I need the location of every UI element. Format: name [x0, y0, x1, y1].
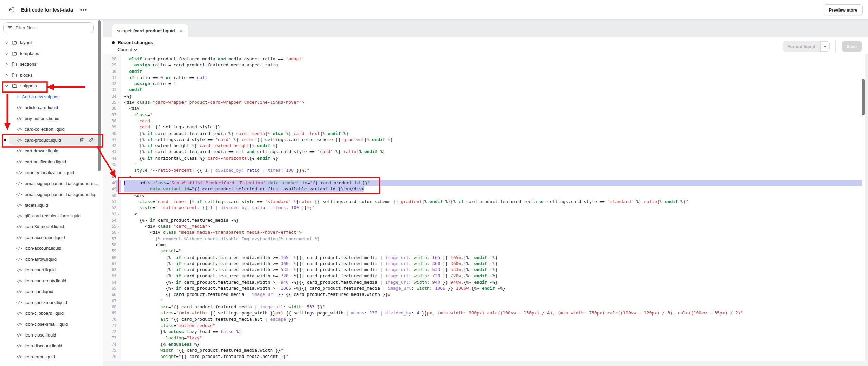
sidebar-file-facets-liquid[interactable]: </>facets.liquid: [0, 200, 103, 210]
code-line-48[interactable]: 48 <div class='Sun-Wishlist-ProductCard_…: [103, 180, 862, 186]
code-line-50[interactable]: 50 <div: [103, 192, 862, 199]
code-line-69[interactable]: 69 sizes="(min-width: {{ settings.page_w…: [103, 310, 862, 316]
code-editor[interactable]: 28 elsif card_product.featured_media and…: [103, 54, 868, 366]
code-line-40[interactable]: 40 {% if card_product.featured_media %} …: [103, 130, 862, 137]
code-line-57[interactable]: 57 {% comment %}theme-check-disable ImgL…: [103, 236, 862, 242]
sidebar-file-icon-arrow-liquid[interactable]: </>icon-arrow.liquid: [0, 254, 103, 265]
rename-icon[interactable]: [88, 138, 93, 143]
chevron-right-icon[interactable]: [5, 52, 8, 56]
code-line-52[interactable]: 52 style="--ratio-percent: {{ 1 | divide…: [103, 205, 862, 211]
code-line-54[interactable]: 54 {%- if card_product.featured_media -%…: [103, 217, 862, 223]
sidebar-file-icon-3d-model-liquid[interactable]: </>icon-3d-model.liquid: [0, 221, 103, 232]
code-line-47[interactable]: 47⌄ >: [103, 174, 862, 180]
code-line-59[interactable]: 59 srcset=": [103, 248, 862, 254]
code-line-45[interactable]: 45 ": [103, 161, 862, 167]
code-line-28[interactable]: 28 elsif card_product.featured_media and…: [103, 56, 862, 62]
sidebar-action-add-a-new-snippet[interactable]: +Add a new snippet: [0, 92, 103, 102]
chevron-right-icon[interactable]: [5, 73, 8, 77]
code-line-74[interactable]: 74 {% endunless %}: [103, 341, 862, 347]
filter-files-input[interactable]: [15, 25, 90, 31]
exit-icon[interactable]: [7, 5, 16, 15]
code-line-75[interactable]: 75 width="{{ card_product.featured_media…: [103, 347, 862, 353]
code-line-30[interactable]: 30 endif: [103, 68, 862, 75]
code-line-55[interactable]: 55⌄ <div class="card__media">: [103, 223, 862, 229]
code-line-43[interactable]: 43 {% if card_product.featured_media == …: [103, 149, 862, 155]
code-line-49[interactable]: 49 data-variant-id="{{ card_product.sele…: [103, 186, 862, 192]
format-liquid-button[interactable]: Format liquid: [783, 41, 820, 52]
code-line-34[interactable]: 34-%}: [103, 93, 862, 99]
code-line-60[interactable]: 60 {%- if card_product.featured_media.wi…: [103, 255, 862, 261]
sidebar-file-icon-close-liquid[interactable]: </>icon-close.liquid: [0, 329, 103, 340]
sidebar-file-icon-clipboard-liquid[interactable]: </>icon-clipboard.liquid: [0, 308, 103, 319]
code-line-67[interactable]: 67 ": [103, 298, 862, 304]
sidebar-file-icon-discount-liquid[interactable]: </>icon-discount.liquid: [0, 340, 103, 351]
code-line-36[interactable]: 36 <div: [103, 105, 862, 111]
code-line-35[interactable]: 35⌄<div class="card-wrapper product-card…: [103, 99, 862, 105]
sidebar-file-icon-close-small-liquid[interactable]: </>icon-close-small.liquid: [0, 319, 103, 329]
sidebar-file-icon-error-liquid[interactable]: </>icon-error.liquid: [0, 351, 103, 362]
sidebar-file-gift-card-recipient-form-liquid[interactable]: </>gift-card-recipient-form.liquid: [0, 210, 103, 221]
code-line-64[interactable]: 64 {%- if card_product.featured_media.wi…: [103, 279, 862, 285]
code-line-62[interactable]: 62 {%- if card_product.featured_media.wi…: [103, 267, 862, 273]
sidebar-folder-snippets[interactable]: snippets: [0, 81, 103, 92]
code-line-39[interactable]: 39 card--{{ settings.card_style }}: [103, 124, 862, 130]
sidebar-file-icon-caret-liquid[interactable]: </>icon-caret.liquid: [0, 265, 103, 276]
code-line-37[interactable]: 37 class=": [103, 112, 862, 118]
sidebar-file-card-collection-liquid[interactable]: </>card-collection.liquid: [0, 124, 103, 135]
sidebar-file-country-localization-liquid[interactable]: </>country-localization.liquid: [0, 167, 103, 178]
code-line-41[interactable]: 41 {% if settings.card_style == 'card' %…: [103, 137, 862, 143]
code-line-56[interactable]: 56⌄ <div class="media media--transparent…: [103, 229, 862, 236]
code-line-38[interactable]: 38 card: [103, 118, 862, 124]
sidebar-folder-sections[interactable]: sections: [0, 59, 103, 70]
sidebar-file-article-card-liquid[interactable]: </>article-card.liquid: [0, 102, 103, 113]
version-selector[interactable]: Current: [118, 47, 137, 52]
code-line-76[interactable]: 76 height="{{ card_product.featured_medi…: [103, 353, 862, 360]
sidebar-folder-blocks[interactable]: blocks: [0, 70, 103, 81]
overflow-menu-icon[interactable]: •••: [80, 7, 88, 13]
delete-icon[interactable]: [79, 137, 84, 143]
sidebar-file-icon-cart-liquid[interactable]: </>icon-cart.liquid: [0, 286, 103, 297]
code-line-42[interactable]: 42 {% if extend_height %} card--extend-h…: [103, 143, 862, 149]
sidebar-file-card-product-liquid[interactable]: </>card-product.liquid: [0, 135, 103, 145]
code-line-65[interactable]: 65 {%- if card_product.featured_media.wi…: [103, 285, 862, 291]
sidebar-file-icon-account-liquid[interactable]: </>icon-account.liquid: [0, 243, 103, 254]
format-liquid-menu-button[interactable]: [820, 41, 830, 52]
code-line-33[interactable]: 33 endif: [103, 87, 862, 93]
code-line-72[interactable]: 72 {% unless lazy_load == false %}: [103, 329, 862, 335]
sidebar-folder-templates[interactable]: templates: [0, 48, 103, 59]
sidebar-file-buy-buttons-liquid[interactable]: </>buy-buttons.liquid: [0, 113, 103, 124]
code-line-63[interactable]: 63 {%- if card_product.featured_media.wi…: [103, 273, 862, 279]
code-line-44[interactable]: 44 {% if horizontal_class %} card--horiz…: [103, 155, 862, 161]
code-line-73[interactable]: 73 loading="lazy": [103, 335, 862, 341]
chevron-right-icon[interactable]: [5, 41, 8, 45]
code-line-29[interactable]: 29 assign ratio = card_product.featured_…: [103, 62, 862, 68]
code-line-46[interactable]: 46 style="--ratio-percent: {{ 1 | divide…: [103, 167, 862, 174]
fold-chevron-icon[interactable]: ⌄: [116, 223, 121, 229]
sidebar-file-cart-notification-liquid[interactable]: </>cart-notification.liquid: [0, 156, 103, 167]
code-line-61[interactable]: 61 {%- if card_product.featured_media.wi…: [103, 261, 862, 267]
code-line-70[interactable]: 70 alt="{{ card_product.featured_media.a…: [103, 316, 862, 322]
fold-chevron-icon[interactable]: ⌄: [116, 99, 121, 105]
sidebar-file-email-signup-banner-background-liq[interactable]: </>email-signup-banner-background.liq...: [0, 189, 103, 200]
tab-card-product-liquid[interactable]: snippets/card-product.liquid ×: [112, 24, 188, 37]
sidebar-file-icon-cart-empty-liquid[interactable]: </>icon-cart-empty.liquid: [0, 276, 103, 286]
editor-horizontal-scrollbar[interactable]: [103, 361, 868, 366]
sidebar-file-icon-checkmark-liquid[interactable]: </>icon-checkmark.liquid: [0, 297, 103, 308]
sidebar-file-cart-drawer-liquid[interactable]: </>cart-drawer.liquid: [0, 145, 103, 156]
preview-store-button[interactable]: Preview store: [824, 4, 863, 15]
fold-chevron-icon[interactable]: ⌄: [116, 211, 121, 217]
code-line-66[interactable]: 66 {{ card_product.featured_media | imag…: [103, 291, 862, 298]
fold-chevron-icon[interactable]: ⌄: [116, 229, 121, 236]
sidebar-file-icon-accordion-liquid[interactable]: </>icon-accordion.liquid: [0, 232, 103, 243]
code-line-32[interactable]: 32 assign ratio = 1: [103, 81, 862, 87]
sidebar-file-email-signup-banner-background-m[interactable]: </>email-signup-banner-background-m...: [0, 178, 103, 189]
close-tab-icon[interactable]: ×: [180, 28, 183, 33]
sidebar-folder-layout[interactable]: layout: [0, 37, 103, 48]
code-line-51[interactable]: 51 class="card__inner {% if settings.car…: [103, 199, 862, 205]
chevron-down-icon[interactable]: [5, 84, 9, 88]
chevron-right-icon[interactable]: [5, 62, 8, 66]
editor-vertical-scrollbar[interactable]: [862, 79, 865, 115]
save-button[interactable]: Save: [842, 41, 862, 52]
fold-chevron-icon[interactable]: ⌄: [116, 174, 121, 180]
sidebar-scrollbar[interactable]: [98, 20, 101, 171]
